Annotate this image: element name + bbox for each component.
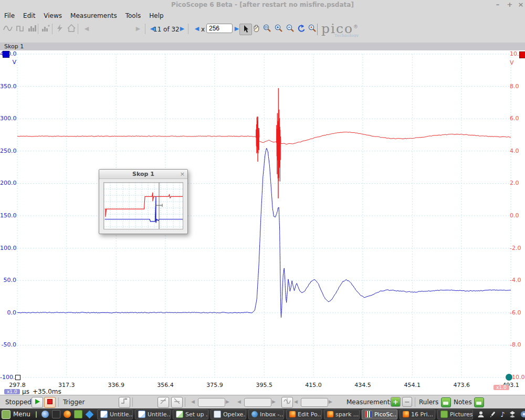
menu-views[interactable]: Views	[39, 10, 66, 19]
right-axis-tick: 4.0	[510, 148, 525, 154]
start-capture-button[interactable]	[32, 397, 43, 408]
marquee-zoom-tool-button[interactable]	[261, 24, 273, 34]
x-axis-tick: 336.9	[100, 382, 132, 388]
taskbar-window-16-pri-[interactable]: 16 Pri...	[400, 410, 435, 419]
taskbar-window-spark-[interactable]: spark ...	[324, 410, 360, 419]
channel-b-axis-handle[interactable]	[519, 51, 525, 58]
channel-a-axis-handle[interactable]	[3, 51, 9, 58]
dropbox-applet-icon[interactable]	[509, 411, 516, 418]
firefox-icon	[403, 411, 409, 417]
taskbar-window-label: Edit Po...	[298, 411, 322, 418]
rising-edge-button[interactable]	[158, 397, 169, 408]
launcher-terminal-icon[interactable]	[52, 410, 60, 418]
spectrum-view-icon[interactable]	[26, 24, 38, 34]
mint-logo-icon	[2, 410, 10, 419]
taskbar-window-untitle-[interactable]: Untitle...	[97, 410, 133, 419]
remove-measurement-button[interactable]: −	[402, 397, 412, 407]
zoom-in-tool-button[interactable]	[273, 24, 285, 34]
trigger-level-down-arrow[interactable]: ◀	[237, 399, 241, 404]
picoscope-window: PicoScope 6 Beta - [after restart no mis…	[0, 0, 525, 420]
tablet-pen-icon[interactable]	[489, 411, 496, 418]
launcher-folder-icon[interactable]	[74, 410, 82, 418]
left-axis-tick: 50.0	[0, 277, 16, 284]
home-icon[interactable]	[66, 24, 77, 34]
toolbar-gap-strip	[0, 37, 525, 43]
square-wave-icon[interactable]	[15, 24, 26, 34]
zoom-factor-input[interactable]	[206, 24, 233, 33]
menu-help[interactable]: Help	[145, 10, 167, 19]
taskbar-window-inbox-[interactable]: Inbox -...	[248, 410, 284, 419]
menu-bar: FileEditViewsMeasurementsToolsHelp	[0, 10, 525, 21]
tab-skop-1[interactable]: Skop 1	[4, 43, 24, 50]
undo-zoom-button[interactable]	[296, 24, 307, 34]
close-button[interactable]: ×	[516, 1, 525, 9]
popup-title-bar[interactable]: Skop 1 ×	[99, 170, 187, 179]
rulers-toggle[interactable]	[441, 397, 451, 407]
window-title: PicoScope 6 Beta - [after restart no mis…	[0, 1, 525, 8]
trigger-channel-input[interactable]	[198, 398, 225, 407]
taskbar-window-picosc-[interactable]: PicoSc...	[362, 410, 397, 419]
pre-trigger-up-arrow[interactable]: ▶	[329, 399, 332, 404]
trigger-channel-next-arrow[interactable]: ▶	[226, 399, 229, 404]
persistence-view-icon[interactable]	[40, 24, 51, 34]
time-offset-label: +35.0ms	[33, 388, 61, 395]
maximize-button[interactable]: +	[505, 1, 515, 9]
pre-trigger-icon[interactable]	[281, 397, 293, 408]
hand-pan-tool-button[interactable]	[250, 24, 262, 34]
popup-overview-chart[interactable]	[103, 182, 183, 229]
view-tab-strip: Skop 1	[0, 43, 525, 51]
pre-trigger-down-arrow[interactable]: ◀	[294, 399, 298, 404]
buffer-next-arrow[interactable]: ▶	[176, 24, 188, 34]
pan-left-arrow[interactable]: ◀	[81, 24, 92, 34]
sound-applet-icon[interactable]: ♪	[500, 411, 505, 418]
left-axis-tick: 150.0	[0, 212, 16, 219]
left-axis-tick: 200.0	[0, 180, 16, 186]
scope-view-icon[interactable]	[2, 24, 14, 34]
stop-capture-button[interactable]	[44, 397, 56, 408]
minimize-button[interactable]: –	[492, 1, 503, 9]
auto-setup-icon[interactable]	[54, 24, 66, 34]
user-applet-icon[interactable]	[477, 411, 485, 418]
notes-toggle[interactable]	[474, 397, 484, 407]
mint-menu-button[interactable]: Menu	[2, 410, 35, 419]
menu-file[interactable]: File	[0, 10, 19, 19]
falling-edge-button[interactable]	[171, 397, 183, 408]
update-shield-icon[interactable]	[520, 411, 525, 418]
add-measurement-button[interactable]: +	[391, 397, 401, 407]
trigger-channel-prev-arrow[interactable]: ◀	[191, 399, 195, 404]
trigger-level-input[interactable]	[244, 398, 271, 407]
trigger-mode-button[interactable]	[119, 397, 130, 408]
zoom-100-button[interactable]	[307, 24, 318, 34]
taskbar-window-edit-po-[interactable]: Edit Po...	[286, 410, 322, 419]
left-axis-tick: 0.0	[0, 309, 16, 316]
taskbar-window-label: Set up ...	[185, 411, 208, 418]
launcher-firefox-icon[interactable]	[64, 411, 71, 418]
trigger-level-up-arrow[interactable]: ▶	[272, 399, 276, 404]
firefox-icon	[327, 411, 333, 417]
notes-label: Notes	[454, 398, 472, 406]
right-axis-tick: -6.0	[510, 309, 525, 316]
taskbar-window-label: Untitle...	[148, 411, 171, 418]
left-axis-bottom-handle[interactable]	[15, 375, 20, 380]
left-axis-tick: -50.0	[0, 341, 16, 348]
launcher-dropbox-icon[interactable]	[86, 410, 94, 418]
desktop-taskbar: Menu Untitle...Untitle...Set up ...Opelx…	[0, 408, 525, 420]
popup-close-icon[interactable]: ×	[180, 171, 185, 177]
pre-trigger-input[interactable]	[301, 398, 328, 407]
taskbar-window-opelxe-[interactable]: Opelxe...	[211, 410, 246, 419]
menu-tools[interactable]: Tools	[121, 10, 145, 19]
zoom-out-tool-button[interactable]	[285, 24, 296, 34]
scope-plot-area[interactable]: 400.0350.0300.0250.0200.0150.0100.050.00…	[0, 50, 525, 395]
taskbar-window-untitle-[interactable]: Untitle...	[135, 410, 171, 419]
launcher-browser-icon[interactable]	[41, 411, 49, 418]
taskbar-window-set-up-[interactable]: Set up ...	[173, 410, 208, 419]
overview-popup-window[interactable]: Skop 1 ×	[99, 169, 188, 234]
menu-edit[interactable]: Edit	[19, 10, 39, 19]
show-desktop-button[interactable]	[36, 411, 37, 418]
taskbar-window-pictures[interactable]: Pictures	[437, 410, 473, 419]
waveform-canvas[interactable]	[0, 50, 525, 395]
right-axis-bottom-handle[interactable]	[506, 374, 512, 381]
menu-measurements[interactable]: Measurements	[66, 10, 121, 19]
taskbar-window-label: Opelxe...	[223, 411, 246, 418]
pan-right-arrow[interactable]: ▶	[132, 24, 144, 34]
